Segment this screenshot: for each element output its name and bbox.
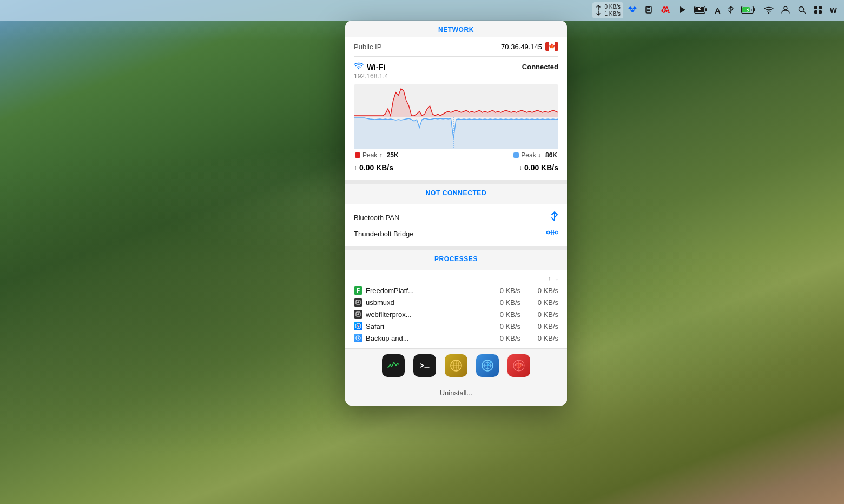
upload-col-header: ↑ [548,275,551,281]
public-ip-label: Public IP [354,43,381,51]
world-clock-icon[interactable] [445,354,467,377]
section-divider-2 [345,246,567,250]
activity-monitor-icon[interactable] [382,354,405,377]
upload-speed-display: ↑ 0.00 KB/s [354,163,393,172]
webfilter-process-name: webfilterprox... [366,310,412,319]
bluetooth-pan-icon [551,211,558,224]
download-col-header: ↓ [556,275,559,281]
download-speed: 1 KB/s [604,10,620,17]
menu-bar: 0 KB/s 1 KB/s Cc [0,0,844,21]
peak-download-item: Peak ↓ 86K [513,151,557,159]
safari-process-name: Safari [366,322,384,330]
freedom-app-icon: F [354,286,362,295]
upload-chart [354,84,558,117]
process-row-webfilter: webfilterprox... 0 KB/s 0 KB/s [354,308,558,320]
wifi-ssid: Wi-Fi [367,63,385,71]
svg-rect-21 [819,6,822,9]
canada-flag: 🍁 [545,42,558,51]
usbmuxd-app-icon [354,298,362,307]
bluetooth-pan-item: Bluetooth PAN [354,209,558,226]
network-speed-widget[interactable]: 0 KB/s 1 KB/s [592,2,623,18]
webfilter-download-speed: 0 KB/s [520,310,558,319]
svg-rect-22 [814,10,817,14]
upload-col-icon: ↑ [548,275,551,281]
usbmuxd-download-speed: 0 KB/s [520,299,558,307]
bluetooth-icon[interactable] [726,3,736,18]
upload-color-indicator [355,152,360,158]
process-webfilter-name-col: webfilterprox... [354,310,483,319]
backup-download-speed: 0 KB/s [520,334,558,342]
peak-upload-label: Peak ↑ [362,151,383,159]
download-speed-display: ↓ 0.00 KB/s [519,163,558,172]
download-chart [354,117,558,149]
network-radar-icon[interactable] [476,354,499,377]
process-row-usbmuxd: usbmuxd 0 KB/s 0 KB/s [354,296,558,308]
svg-rect-23 [819,10,822,14]
svg-point-17 [784,6,787,10]
svg-line-19 [803,11,806,14]
wifi-icon[interactable] [761,3,776,18]
process-row-freedom: F FreedomPlatf... 0 KB/s 0 KB/s [354,284,558,296]
bluetooth-pan-label: Bluetooth PAN [354,214,399,222]
bandwidth-chart [354,84,558,149]
charging-icon[interactable]: + [738,4,759,17]
wifi-name: Wi-Fi [354,62,385,71]
freedom-process-name: FreedomPlatf... [366,287,414,295]
freedom-download-speed: 0 KB/s [520,287,558,295]
upload-arrow-icon: ↑ [354,164,357,171]
backup-app-icon [354,334,362,342]
music-icon[interactable] [675,3,689,18]
network-info: Public IP 70.36.49.145 🍁 W [345,37,567,180]
svg-text:+: + [750,8,753,12]
safari-download-speed: 0 KB/s [520,322,558,330]
wifi-status: Connected [522,63,558,71]
speed-display: 0 KB/s 1 KB/s [604,3,620,17]
svg-point-16 [768,12,769,13]
thunderbolt-bridge-icon [546,228,558,239]
uninstall-button[interactable]: Uninstall... [436,387,477,399]
svg-rect-20 [814,6,817,9]
svg-marker-5 [680,6,685,13]
peak-download-label: Peak ↓ [521,151,541,159]
control-center-icon[interactable] [811,3,825,18]
safari-upload-speed: 0 KB/s [483,322,520,330]
wifi-signal-icon [354,62,364,71]
svg-rect-13 [753,8,755,11]
processes-section: ↑ ↓ F FreedomPlatf... 0 KB/s 0 KB/s [345,270,567,348]
w-icon[interactable]: W [827,4,840,17]
backup-upload-speed: 0 KB/s [483,334,520,342]
spotlight-icon[interactable] [795,3,809,18]
wifi-ip-address: 192.168.1.4 [354,72,558,80]
process-freedom-name-col: F FreedomPlatf... [354,286,483,295]
adobe-cc-icon[interactable]: Cc [658,4,673,17]
process-backup-name-col: Backup and... [354,334,483,342]
istat-menus-icon[interactable] [507,354,530,377]
peak-download-value: 86K [545,151,557,159]
webfilter-app-icon [354,310,362,319]
thunderbolt-bridge-item: Thunderbolt Bridge [354,226,558,241]
usbmuxd-upload-speed: 0 KB/s [483,299,520,307]
network-popup: NETWORK Public IP 70.36.49.145 🍁 [345,21,567,406]
clipboard-icon[interactable] [642,3,656,18]
svg-point-33 [556,231,558,234]
processes-header: PROCESSES [345,250,567,266]
menu-bar-items: 0 KB/s 1 KB/s Cc [592,2,840,18]
network-section-header: NETWORK [345,21,567,37]
battery-icon[interactable] [691,4,710,17]
dropbox-icon[interactable] [625,3,639,18]
font-icon[interactable]: A [712,4,723,17]
svg-text:Cc: Cc [661,7,668,14]
public-ip-address: 70.36.49.145 [501,43,542,51]
wifi-row: Wi-Fi Connected [354,62,558,71]
usbmuxd-process-name: usbmuxd [366,299,394,307]
process-row-backup: Backup and... 0 KB/s 0 KB/s [354,332,558,344]
terminal-icon[interactable] [413,354,436,377]
peak-row: Peak ↑ 25K Peak ↓ 86K [354,151,558,159]
process-safari-name-col: Safari [354,322,483,330]
app-icons-row [345,348,567,382]
uninstall-row: Uninstall... [345,382,567,406]
freedom-upload-speed: 0 KB/s [483,287,520,295]
user-icon[interactable] [779,3,793,18]
processes-col-headers: ↑ ↓ [354,275,558,281]
maple-leaf: 🍁 [549,44,555,49]
